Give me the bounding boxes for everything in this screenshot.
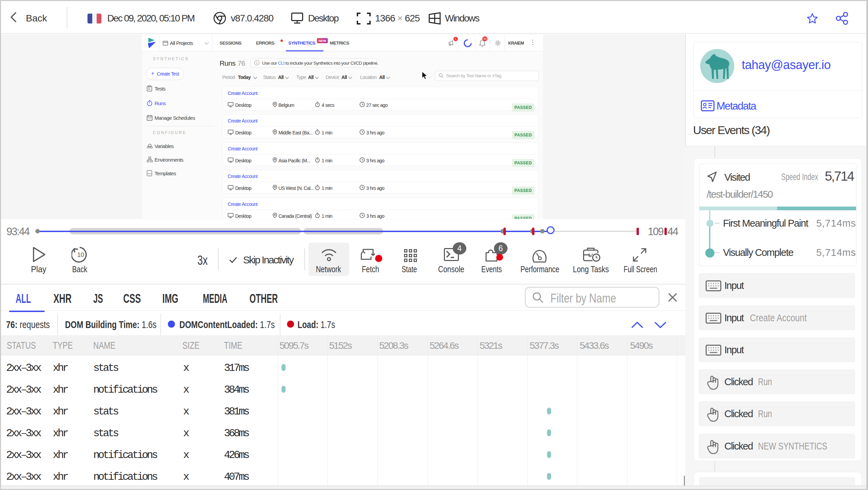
svg-text:10: 10: [77, 251, 84, 258]
